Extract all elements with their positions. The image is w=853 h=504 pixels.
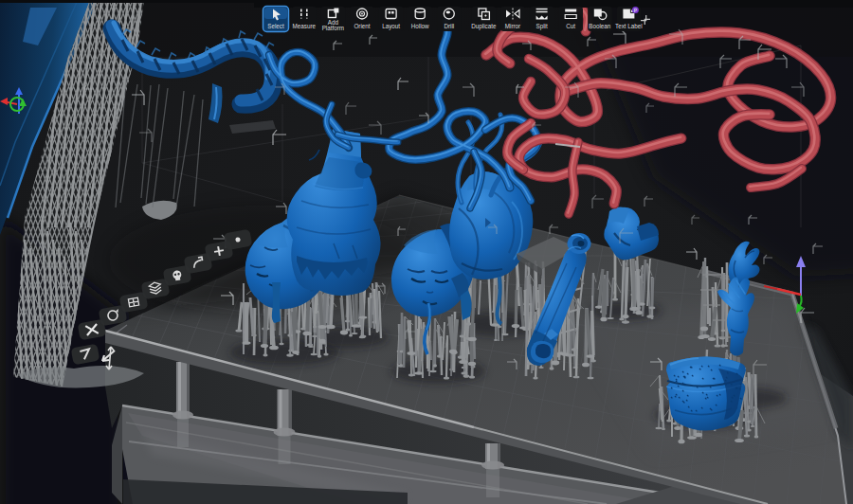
svg-text:Hollow: Hollow [411,23,429,29]
svg-text:Cut: Cut [566,23,575,29]
svg-text:Boolean: Boolean [589,23,611,29]
svg-text:Select: Select [267,23,284,29]
svg-text:Drill: Drill [444,23,454,29]
svg-text:Text Label: Text Label [615,23,643,29]
svg-text:Duplicate: Duplicate [471,23,497,30]
svg-text:Platform: Platform [322,25,344,31]
svg-text:Measure: Measure [293,23,317,29]
svg-text:Layout: Layout [382,23,400,30]
svg-text:Orient: Orient [354,23,370,29]
svg-text:Split: Split [535,23,547,30]
svg-text:Mirror: Mirror [505,23,520,29]
